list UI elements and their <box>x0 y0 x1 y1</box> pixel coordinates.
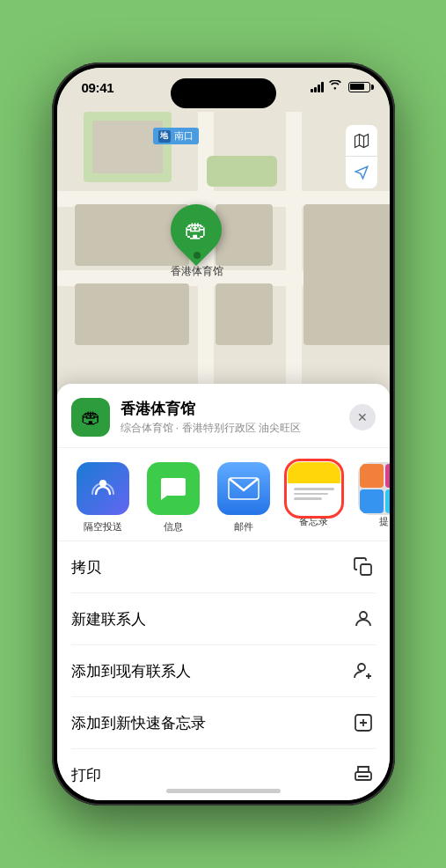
new-contact-label: 新建联系人 <box>71 609 146 629</box>
venue-icon: 🏟 <box>71 398 110 437</box>
add-existing-icon <box>351 658 376 683</box>
print-label: 打印 <box>71 765 101 785</box>
svg-point-4 <box>360 612 367 619</box>
more-label: 提 <box>379 515 389 528</box>
new-contact-icon <box>351 607 376 631</box>
mail-label: 邮件 <box>234 520 253 533</box>
location-button[interactable] <box>346 157 377 188</box>
share-airdrop[interactable]: 隔空投送 <box>68 462 138 533</box>
message-label: 信息 <box>164 520 183 533</box>
venue-subtitle: 综合体育馆 · 香港特别行政区 油尖旺区 <box>121 421 349 436</box>
phone-frame: 09:41 <box>52 63 395 805</box>
share-mail[interactable]: 邮件 <box>208 462 279 533</box>
share-message[interactable]: 信息 <box>138 462 208 533</box>
map-controls <box>346 125 377 188</box>
map-location-label: 地 南口 <box>153 128 199 144</box>
status-time: 09:41 <box>82 80 114 95</box>
add-notes-icon <box>351 710 376 735</box>
phone-screen: 09:41 <box>57 68 390 800</box>
copy-icon <box>351 555 376 579</box>
signal-icon <box>311 82 324 92</box>
map-type-button[interactable] <box>346 125 377 157</box>
home-indicator <box>166 789 281 793</box>
print-icon <box>351 762 376 787</box>
action-copy[interactable]: 拷贝 <box>71 541 376 593</box>
svg-point-5 <box>358 664 365 671</box>
map-area: 地 南口 <box>57 68 390 438</box>
close-icon: ✕ <box>357 410 368 424</box>
share-notes[interactable]: 备忘录 <box>279 462 349 528</box>
action-add-existing[interactable]: 添加到现有联系人 <box>71 645 376 697</box>
sheet-header: 🏟 香港体育馆 综合体育馆 · 香港特别行政区 油尖旺区 ✕ <box>57 384 390 448</box>
share-more[interactable]: 提 <box>349 462 390 528</box>
notes-label: 备忘录 <box>299 515 328 528</box>
action-add-notes[interactable]: 添加到新快速备忘录 <box>71 697 376 749</box>
wifi-icon <box>329 80 343 93</box>
venue-info: 香港体育馆 综合体育馆 · 香港特别行政区 油尖旺区 <box>121 399 349 436</box>
metro-icon: 地 <box>158 130 171 143</box>
action-list: 拷贝 新建联系人 <box>57 541 390 800</box>
battery-icon <box>348 82 370 92</box>
copy-label: 拷贝 <box>71 557 101 577</box>
venue-map-icon: 🏟 <box>81 406 100 429</box>
location-pin: 🏟 香港体育馆 <box>171 204 223 279</box>
dynamic-island <box>171 78 276 108</box>
share-row: 隔空投送 信息 <box>57 448 390 541</box>
pin-label: 香港体育馆 <box>171 264 223 279</box>
airdrop-label: 隔空投送 <box>84 520 122 533</box>
close-button[interactable]: ✕ <box>349 404 376 430</box>
add-notes-label: 添加到新快速备忘录 <box>71 713 206 733</box>
status-icons <box>311 80 370 93</box>
add-existing-label: 添加到现有联系人 <box>71 661 191 681</box>
svg-rect-3 <box>361 564 371 575</box>
venue-name: 香港体育馆 <box>121 399 349 419</box>
bottom-sheet: 🏟 香港体育馆 综合体育馆 · 香港特别行政区 油尖旺区 ✕ <box>57 384 390 800</box>
action-new-contact[interactable]: 新建联系人 <box>71 593 376 645</box>
